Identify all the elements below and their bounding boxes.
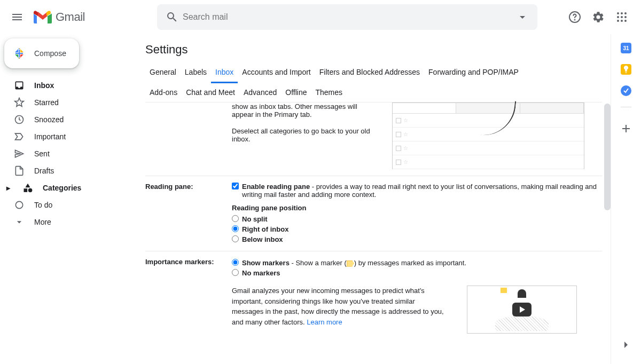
- enable-reading-pane-label: Enable reading pane: [242, 183, 310, 191]
- sidebar-item-drafts[interactable]: Drafts: [0, 162, 128, 179]
- sidebar-item-categories[interactable]: ▸Categories: [0, 179, 128, 196]
- reading-pane-radio-right[interactable]: [232, 225, 239, 232]
- reading-pane-option-right[interactable]: Right of inbox: [232, 224, 602, 234]
- tab-offline[interactable]: Offline: [281, 83, 311, 102]
- scrollbar-thumb[interactable]: [604, 104, 611, 210]
- gmail-logo-text: Gmail: [56, 10, 85, 24]
- send-icon: [14, 148, 25, 159]
- compose-label: Compose: [34, 49, 66, 58]
- importance-markers-label: Importance markers:: [145, 258, 232, 334]
- sidebar-item-label: Snoozed: [34, 115, 64, 124]
- importance-radio-show[interactable]: [232, 259, 239, 266]
- tab-forwarding-and-pop-imap[interactable]: Forwarding and POP/IMAP: [424, 62, 523, 83]
- svg-point-5: [617, 16, 619, 18]
- svg-point-6: [621, 16, 623, 18]
- svg-point-16: [15, 201, 22, 208]
- sidebar-item-label: Categories: [43, 184, 81, 192]
- gmail-logo[interactable]: Gmail: [30, 9, 157, 25]
- sidebar-item-label: Drafts: [34, 167, 54, 175]
- sidebar-item-important[interactable]: Important: [0, 128, 128, 145]
- categories-help-text-1: show as inbox tabs. Other messages will …: [232, 102, 371, 118]
- reading-pane-option-below[interactable]: Below inbox: [232, 234, 602, 244]
- reading-pane-label: Reading pane:: [145, 183, 232, 244]
- importance-video-thumbnail[interactable]: [467, 286, 577, 334]
- sidebar-item-snoozed[interactable]: Snoozed: [0, 111, 128, 128]
- categories-section: show as inbox tabs. Other messages will …: [145, 102, 602, 176]
- gear-icon: [592, 11, 605, 23]
- apps-button[interactable]: [611, 6, 632, 28]
- settings-button[interactable]: [588, 6, 609, 28]
- play-icon: [512, 303, 531, 316]
- search-box[interactable]: [157, 4, 537, 30]
- search-options-button[interactable]: [512, 6, 533, 28]
- svg-point-7: [624, 16, 627, 18]
- help-icon: [568, 11, 581, 23]
- tab-themes[interactable]: Themes: [311, 83, 347, 102]
- sidebar-item-starred[interactable]: Starred: [0, 94, 128, 111]
- header-actions: [564, 6, 637, 28]
- importance-radio-hide[interactable]: [232, 269, 239, 276]
- enable-reading-pane-row[interactable]: Enable reading pane - provides a way to …: [232, 183, 602, 199]
- svg-point-1: [575, 20, 575, 20]
- tab-add-ons[interactable]: Add-ons: [145, 83, 182, 102]
- main-menu-button[interactable]: [4, 4, 30, 30]
- svg-point-9: [621, 20, 623, 22]
- hamburger-icon: [11, 11, 24, 23]
- search-icon: [166, 11, 178, 23]
- category-icon: [22, 183, 33, 193]
- svg-point-15: [28, 188, 33, 193]
- importance-option-label: No markers: [242, 269, 280, 277]
- sidebar-item-label: Inbox: [34, 81, 54, 90]
- inbox-preview-illustration: ☆ ☆ ☆ ☆: [392, 102, 584, 169]
- svg-point-2: [617, 12, 619, 14]
- tab-advanced[interactable]: Advanced: [239, 83, 281, 102]
- svg-point-3: [621, 12, 623, 14]
- circle-icon: [14, 200, 25, 210]
- settings-main: Settings GeneralLabelsInboxAccounts and …: [137, 34, 611, 364]
- sidebar-item-sent[interactable]: Sent: [0, 145, 128, 162]
- importance-option-hide[interactable]: No markers: [232, 268, 602, 278]
- keep-addon[interactable]: [621, 64, 631, 75]
- importance-marker-icon: [347, 260, 354, 267]
- svg-point-4: [624, 12, 627, 14]
- expand-icon: ▸: [6, 184, 13, 192]
- categories-help-text-2: Deselect all categories to go back to yo…: [232, 127, 371, 143]
- reading-pane-option-label: Right of inbox: [242, 225, 288, 233]
- tab-inbox[interactable]: Inbox: [211, 62, 238, 83]
- importance-option-show[interactable]: Show markers - Show a marker () by messa…: [232, 258, 602, 268]
- importance-markers-section: Importance markers: Show markers - Show …: [145, 251, 602, 340]
- tab-accounts-and-import[interactable]: Accounts and Import: [238, 62, 315, 83]
- reading-pane-radio-none[interactable]: [232, 215, 239, 222]
- sidebar-item-label: More: [34, 218, 51, 226]
- sidebar-item-inbox[interactable]: Inbox: [0, 77, 128, 94]
- tab-labels[interactable]: Labels: [181, 62, 211, 83]
- tasks-addon[interactable]: [621, 85, 631, 96]
- search-input[interactable]: [183, 12, 512, 22]
- svg-point-8: [617, 20, 619, 22]
- sidebar-item-to-do[interactable]: To do: [0, 196, 128, 213]
- get-addons-button[interactable]: [615, 118, 637, 139]
- reading-pane-option-label: No split: [242, 215, 268, 223]
- calendar-addon[interactable]: 31: [621, 43, 631, 53]
- reading-pane-radio-below[interactable]: [232, 235, 239, 242]
- tab-filters-and-blocked-addresses[interactable]: Filters and Blocked Addresses: [315, 62, 424, 83]
- hide-side-panel-button[interactable]: [615, 334, 637, 355]
- search-button[interactable]: [161, 6, 183, 28]
- tune-icon: [516, 11, 529, 23]
- compose-button[interactable]: Compose: [4, 38, 79, 68]
- file-icon: [14, 165, 25, 176]
- reading-pane-position-heading: Reading pane position: [232, 204, 602, 212]
- enable-reading-pane-checkbox[interactable]: [232, 183, 239, 189]
- tab-general[interactable]: General: [145, 62, 181, 83]
- side-panel: 31: [611, 34, 641, 364]
- sidebar-nav: Compose InboxStarredSnoozedImportantSent…: [0, 34, 137, 364]
- tab-chat-and-meet[interactable]: Chat and Meet: [182, 83, 239, 102]
- plus-icon: [621, 123, 631, 134]
- reading-pane-section: Reading pane: Enable reading pane - prov…: [145, 176, 602, 251]
- learn-more-link[interactable]: Learn more: [307, 318, 342, 326]
- clock-icon: [14, 114, 25, 125]
- sidebar-item-label: Important: [34, 132, 66, 141]
- sidebar-item-more[interactable]: More: [0, 213, 128, 231]
- reading-pane-option-none[interactable]: No split: [232, 214, 602, 224]
- support-button[interactable]: [564, 6, 585, 28]
